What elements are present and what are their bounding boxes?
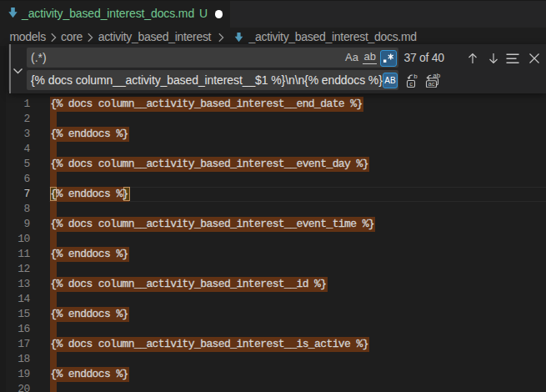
svg-text:b: b: [413, 73, 418, 80]
svg-text:ab: ab: [433, 73, 440, 79]
svg-text:ac: ac: [428, 80, 435, 88]
svg-text:c: c: [409, 80, 413, 88]
